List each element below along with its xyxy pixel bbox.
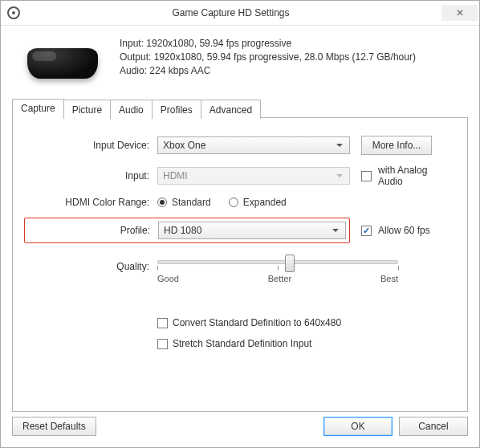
more-info-button[interactable]: More Info...	[361, 136, 432, 155]
quality-better: Better	[268, 274, 291, 283]
app-icon	[7, 6, 20, 19]
input-value: HDMI	[163, 170, 188, 181]
tab-capture[interactable]: Capture	[12, 99, 64, 118]
input-device-dropdown[interactable]: Xbox One	[157, 136, 350, 154]
with-analog-audio-label: with Analog Audio	[378, 165, 451, 187]
quality-slider-thumb[interactable]	[285, 255, 295, 272]
content-area: Input: 1920x1080, 59.94 fps progressive …	[1, 26, 479, 447]
tabstrip: Capture Picture Audio Profiles Advanced	[12, 98, 468, 117]
quality-best: Best	[380, 274, 398, 283]
allow-60fps-label: Allow 60 fps	[378, 225, 430, 236]
radio-expanded-label: Expanded	[243, 197, 287, 208]
summary-input: Input: 1920x1080, 59.94 fps progressive	[120, 37, 416, 51]
convert-sd-checkbox[interactable]	[157, 318, 168, 328]
input-device-label: Input Device:	[29, 140, 157, 151]
stretch-sd-label: Stretch Standard Definition Input	[173, 338, 311, 349]
profile-label: Profile:	[30, 225, 158, 236]
close-button[interactable]: ✕	[441, 5, 478, 21]
summary-audio: Audio: 224 kbps AAC	[120, 64, 416, 78]
tab-profiles[interactable]: Profiles	[152, 100, 201, 119]
radio-standard[interactable]	[157, 198, 167, 207]
summary-output: Output: 1920x1080, 59.94 fps progressive…	[120, 51, 416, 64]
stretch-sd-checkbox[interactable]	[157, 339, 168, 349]
radio-expanded[interactable]	[229, 198, 238, 207]
profile-highlight: Profile: HD 1080	[24, 218, 350, 243]
tab-audio[interactable]: Audio	[110, 100, 153, 119]
tab-picture[interactable]: Picture	[63, 100, 111, 119]
reset-defaults-button[interactable]: Reset Defaults	[12, 417, 96, 436]
radio-standard-label: Standard	[172, 197, 211, 208]
hdmi-color-range-label: HDMI Color Range:	[29, 197, 157, 208]
convert-sd-label: Convert Standard Definition to 640x480	[173, 317, 341, 328]
bottom-bar: Reset Defaults OK Cancel	[12, 412, 468, 436]
with-analog-audio-checkbox[interactable]	[361, 171, 372, 181]
close-icon: ✕	[456, 7, 464, 18]
device-image	[23, 37, 104, 85]
profile-value: HD 1080	[164, 225, 201, 236]
cancel-button[interactable]: Cancel	[399, 417, 468, 436]
input-label: Input:	[29, 170, 157, 181]
quality-slider[interactable]: Good Better Best	[157, 253, 398, 280]
quality-label: Quality:	[29, 261, 157, 272]
tab-advanced[interactable]: Advanced	[201, 100, 261, 119]
allow-60fps-checkbox[interactable]	[361, 226, 372, 236]
tabpanel-capture: Input Device: Xbox One More Info... Inpu…	[12, 117, 468, 412]
profile-dropdown[interactable]: HD 1080	[158, 222, 346, 239]
ok-button[interactable]: OK	[323, 417, 393, 436]
input-device-value: Xbox One	[163, 140, 205, 151]
titlebar: Game Capture HD Settings ✕	[1, 1, 479, 26]
input-dropdown: HDMI	[157, 167, 350, 185]
summary-header: Input: 1920x1080, 59.94 fps progressive …	[12, 37, 468, 85]
quality-good: Good	[157, 274, 179, 283]
window-title: Game Capture HD Settings	[20, 7, 441, 18]
settings-window: Game Capture HD Settings ✕ Input: 1920x1…	[0, 0, 480, 448]
summary-text: Input: 1920x1080, 59.94 fps progressive …	[120, 37, 416, 77]
